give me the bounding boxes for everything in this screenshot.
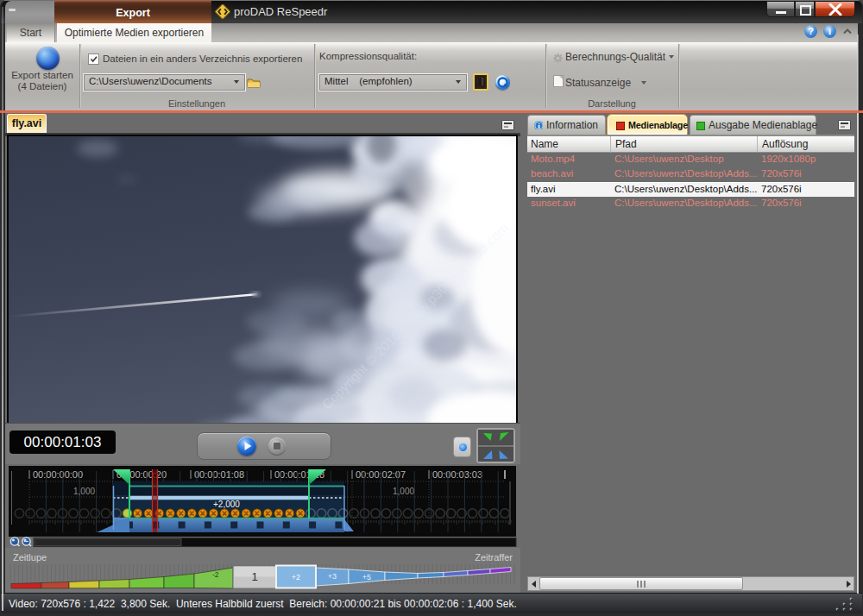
svg-text:+5: +5	[362, 573, 371, 581]
svg-text:1,000: 1,000	[393, 487, 414, 496]
svg-text:Zeitlupe: Zeitlupe	[13, 552, 47, 563]
svg-text:1,000: 1,000	[73, 487, 95, 496]
svg-text:+2,000: +2,000	[213, 500, 240, 509]
svg-text:00:00:00:00: 00:00:00:00	[33, 469, 83, 480]
svg-text:Zeitraffer: Zeitraffer	[475, 552, 513, 563]
svg-text:00:00:01:08: 00:00:01:08	[194, 469, 244, 480]
svg-text:1: 1	[251, 570, 257, 583]
svg-text:+3: +3	[328, 572, 337, 581]
svg-text:00:00:03:03: 00:00:03:03	[432, 469, 482, 480]
svg-text:+2: +2	[292, 573, 300, 581]
svg-text:-2: -2	[212, 570, 219, 579]
